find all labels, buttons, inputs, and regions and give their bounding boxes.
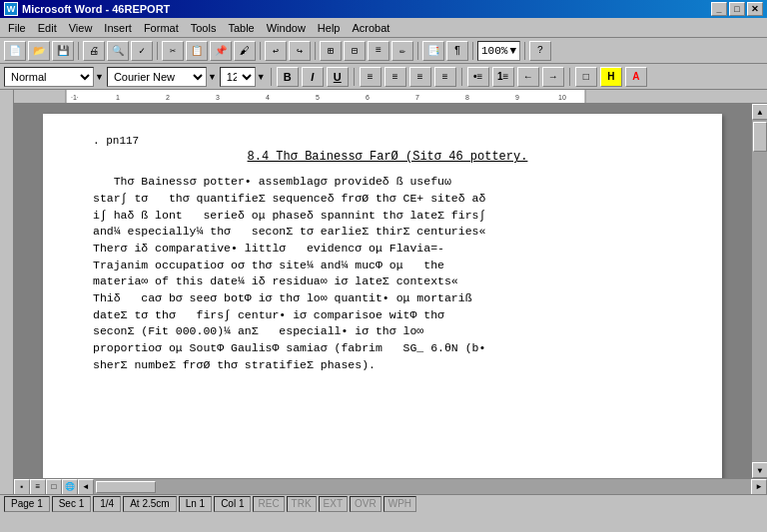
status-at: At 2.5cm	[123, 496, 176, 512]
svg-text:7: 7	[415, 94, 419, 101]
menu-acrobat[interactable]: Acrobat	[346, 20, 395, 36]
spell-button[interactable]: ✓	[131, 41, 153, 61]
web-view-button[interactable]: 🌐	[62, 479, 78, 495]
svg-text:4: 4	[266, 94, 270, 101]
svg-text:5: 5	[316, 94, 320, 101]
copy-button[interactable]: 📋	[186, 41, 208, 61]
save-button[interactable]: 💾	[52, 41, 74, 61]
sep2	[157, 42, 158, 60]
fsep4	[569, 68, 570, 86]
menu-format[interactable]: Format	[138, 20, 185, 36]
status-ext: EXT	[319, 496, 348, 512]
status-pos: 1/4	[93, 496, 121, 512]
bold-button[interactable]: B	[277, 67, 299, 87]
redo-button[interactable]: ↪	[289, 41, 311, 61]
insert-excel[interactable]: ⊟	[344, 41, 366, 61]
menu-tools[interactable]: Tools	[185, 20, 223, 36]
menu-insert[interactable]: Insert	[98, 20, 138, 36]
scroll-right-button[interactable]: ►	[751, 479, 767, 495]
svg-text:1: 1	[116, 94, 120, 101]
status-rec: REC	[253, 496, 284, 512]
title-bar: W Microsoft Word - 46REPORT _ □ ✕	[0, 0, 767, 18]
horizontal-ruler: 1 2 3 4 5 6 7 8 9 10 ·1·	[14, 90, 767, 104]
help-button[interactable]: ?	[529, 41, 551, 61]
svg-text:6: 6	[366, 94, 370, 101]
highlight-button[interactable]: H	[600, 67, 622, 87]
numbering[interactable]: 1≡	[492, 67, 514, 87]
status-sec: Sec 1	[52, 496, 92, 512]
align-right[interactable]: ≡	[409, 67, 431, 87]
preview-button[interactable]: 🔍	[107, 41, 129, 61]
font-selector[interactable]: Courier New	[107, 67, 207, 87]
outline-view-button[interactable]: ≡	[30, 479, 46, 495]
menu-file[interactable]: File	[2, 20, 32, 36]
zoom-control[interactable]: 100% ▼	[477, 41, 520, 61]
scroll-left-button[interactable]: ◄	[78, 479, 94, 495]
status-page: Page 1	[4, 496, 50, 512]
menu-edit[interactable]: Edit	[32, 20, 63, 36]
normal-view-button[interactable]: ▪	[14, 479, 30, 495]
justify[interactable]: ≡	[434, 67, 456, 87]
ruler-svg: 1 2 3 4 5 6 7 8 9 10 ·1·	[16, 90, 767, 104]
document-area: 1 2 3 4 5 6 7 8 9 10 ·1· . pn117 8.4 Thσ…	[0, 90, 767, 494]
open-button[interactable]: 📂	[28, 41, 50, 61]
window-controls: _ □ ✕	[711, 2, 763, 16]
menu-bar: File Edit View Insert Format Tools Table…	[0, 18, 767, 38]
vertical-ruler	[0, 90, 14, 494]
view-buttons: ▪ ≡ □ 🌐	[14, 479, 78, 495]
minimize-button[interactable]: _	[711, 2, 727, 16]
maximize-button[interactable]: □	[729, 2, 745, 16]
font-color[interactable]: A	[625, 67, 647, 87]
page-view-button[interactable]: □	[46, 479, 62, 495]
increase-indent[interactable]: →	[542, 67, 564, 87]
scroll-thumb-v[interactable]	[753, 122, 767, 152]
decrease-indent[interactable]: ←	[517, 67, 539, 87]
format-painter[interactable]: 🖌	[234, 41, 256, 61]
size-dropdown-icon[interactable]: ▼	[257, 72, 266, 82]
status-ovr: OVR	[350, 496, 382, 512]
zoom-dropdown-icon[interactable]: ▼	[509, 45, 516, 57]
show-hide[interactable]: ¶	[446, 41, 468, 61]
menu-help[interactable]: Help	[312, 20, 347, 36]
page-reference: . pn117	[93, 134, 682, 149]
underline-button[interactable]: U	[327, 67, 349, 87]
undo-button[interactable]: ↩	[265, 41, 287, 61]
close-button[interactable]: ✕	[747, 2, 763, 16]
section-title: 8.4 Thσ Bainessσ FarØ (Sitσ 46 pottery.	[93, 149, 682, 166]
menu-window[interactable]: Window	[261, 20, 312, 36]
app-icon[interactable]: W	[4, 2, 18, 16]
italic-button[interactable]: I	[302, 67, 324, 87]
fsep3	[461, 68, 462, 86]
svg-text:9: 9	[515, 94, 519, 101]
format-bar: Normal ▼ Courier New ▼ 12 ▼ B I U ≡ ≡ ≡ …	[0, 64, 767, 90]
sep4	[315, 42, 316, 60]
status-trk: TRK	[287, 496, 317, 512]
menu-table[interactable]: Table	[222, 20, 260, 36]
print-button[interactable]: 🖨	[83, 41, 105, 61]
style-selector[interactable]: Normal	[4, 67, 94, 87]
paste-button[interactable]: 📌	[210, 41, 232, 61]
border-button[interactable]: □	[575, 67, 597, 87]
cut-button[interactable]: ✂	[162, 41, 184, 61]
scroll-up-button[interactable]: ▲	[752, 104, 767, 120]
new-button[interactable]: 📄	[4, 41, 26, 61]
style-dropdown-icon[interactable]: ▼	[95, 72, 104, 82]
menu-view[interactable]: View	[63, 20, 99, 36]
bullets[interactable]: •≡	[467, 67, 489, 87]
status-col: Col 1	[214, 496, 251, 512]
sep3	[260, 42, 261, 60]
document-map[interactable]: 📑	[422, 41, 444, 61]
insert-table[interactable]: ⊞	[320, 41, 342, 61]
font-dropdown-icon[interactable]: ▼	[208, 72, 217, 82]
columns-button[interactable]: ≡	[368, 41, 389, 61]
drawing-button[interactable]: ✏	[391, 41, 413, 61]
fsep2	[354, 68, 355, 86]
toolbar: 📄 📂 💾 🖨 🔍 ✓ ✂ 📋 📌 🖌 ↩ ↪ ⊞ ⊟ ≡ ✏ 📑 ¶ 100%…	[0, 38, 767, 64]
status-bar: Page 1 Sec 1 1/4 At 2.5cm Ln 1 Col 1 REC…	[0, 494, 767, 512]
scroll-down-button[interactable]: ▼	[752, 462, 767, 478]
align-center[interactable]: ≡	[384, 67, 406, 87]
size-selector[interactable]: 12	[220, 67, 256, 87]
scroll-thumb-h[interactable]	[96, 481, 156, 493]
align-left[interactable]: ≡	[360, 67, 382, 87]
scroll-track-v	[752, 120, 767, 462]
